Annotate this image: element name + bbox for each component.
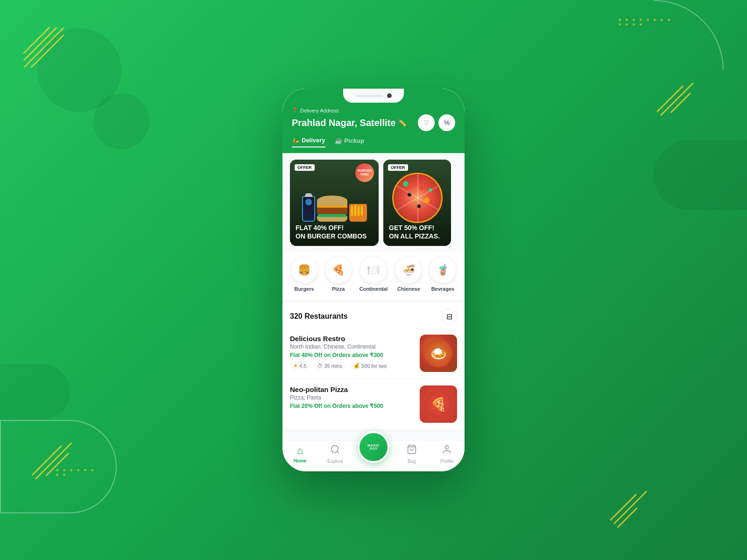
bottom-nav: ⌂ Home Explore MAGIC POT [282,440,465,471]
location-name[interactable]: Prahlad Nagar, Satellite ✏️ [292,118,406,128]
continental-icon: 🍽️ [360,257,387,283]
nav-bag[interactable]: Bag [399,444,424,464]
chinese-icon: 🍜 [395,257,422,283]
banners-section: OFFER BURGERKING [282,153,465,252]
nav-explore[interactable]: Explore [323,444,348,464]
pizza-icon: 🍕 [325,257,352,283]
restaurant-2-name: Neo-politan Pizza [290,385,414,393]
home-icon: ⌂ [297,445,303,457]
percent-icon: % [444,119,450,126]
offers-button[interactable]: % [438,114,455,131]
category-continental[interactable]: 🍽️ Continental [359,257,388,292]
phone-notch [343,89,404,103]
time-badge-1: ⏱ 35 mins [314,362,345,370]
pickup-tab-icon: ☕ [335,137,342,144]
filter-button[interactable]: ⊟ [441,308,457,324]
restaurant-2-info: Neo-politan Pizza Pizza, Pasta Flat 20% … [290,385,414,412]
restaurant-1-name: Delicious Restro [290,335,414,343]
profile-icon [442,444,452,457]
categories-section: 🍔 Burgers 🍕 Pizza 🍽️ Continental 🍜 Chien… [282,252,465,299]
category-pizza[interactable]: 🍕 Pizza [325,257,352,292]
svg-point-0 [331,446,338,453]
rating-badge-1: ★ 4.5 [290,361,310,370]
restaurant-1-info: Delicious Restro North Indian, Chinese, … [290,335,414,370]
banner-1-text: FLAT 40% OFF! ON BURGER COMBOS [296,224,366,240]
restaurant-2-cuisine: Pizza, Pasta [290,394,414,401]
home-nav-label: Home [294,458,307,463]
nav-home[interactable]: ⌂ Home [287,445,313,463]
delivery-tab-icon: 🛵 [292,137,299,144]
price-icon: 💰 [353,363,360,369]
restaurants-header: 320 Restaurants ⊟ [282,303,465,328]
tab-delivery[interactable]: 🛵 Delivery [292,137,325,147]
restaurant-card-1[interactable]: Delicious Restro North Indian, Chinese, … [282,328,465,379]
tab-pickup[interactable]: ☕ Pickup [335,137,365,147]
pin-icon: 📍 [292,107,298,113]
profile-nav-label: Profile [440,459,453,464]
edit-icon: ✏️ [398,119,406,126]
phone-frame: 📍 Delivery Address Prahlad Nagar, Satell… [282,89,465,471]
star-icon: ★ [293,363,298,369]
nav-profile[interactable]: Profile [434,444,460,464]
wishlist-button[interactable]: ♡ [418,114,435,131]
restaurant-card-2[interactable]: Neo-politan Pizza Pizza, Pasta Flat 20% … [282,379,465,430]
explore-icon [330,444,340,457]
clock-icon: ⏱ [317,363,323,369]
restaurant-1-offer: Flat 40% Off on Orders above ₹300 [290,352,414,358]
offer-badge-1: OFFER [295,164,315,171]
category-beverages[interactable]: 🧋 Bevrages [430,257,456,292]
bag-nav-label: Bag [408,459,416,464]
restaurant-1-cuisine: North Indian, Chinese, Continental [290,343,414,350]
explore-nav-label: Explore [327,459,343,464]
offer-badge-2: OFFER [388,164,408,171]
svg-line-1 [337,451,339,453]
burgers-icon: 🍔 [291,257,317,283]
restaurant-1-meta: ★ 4.5 ⏱ 35 mins 💰 500 for two [290,361,414,370]
banner-2-text: GET 50% OFF! ON ALL PIZZAS. [389,224,440,240]
magic-pot-button[interactable]: MAGIC POT [358,431,389,463]
svg-point-3 [445,446,449,449]
category-burgers[interactable]: 🍔 Burgers [291,257,317,292]
price-badge-1: 💰 500 for two [350,361,390,370]
banner-pizza[interactable]: OFFER [383,160,451,246]
bag-icon [407,444,417,457]
restaurant-1-image: 🍛 [420,335,457,372]
phone-screen: 📍 Delivery Address Prahlad Nagar, Satell… [282,89,465,471]
filter-icon: ⊟ [446,312,452,321]
delivery-label: 📍 Delivery Address [292,107,455,113]
delivery-tabs: 🛵 Delivery ☕ Pickup [292,137,455,147]
restaurant-2-image: 🍕 [420,385,457,423]
main-content: OFFER BURGERKING [282,153,465,440]
heart-icon: ♡ [423,119,430,126]
category-chinese[interactable]: 🍜 Chienese [395,257,422,292]
restaurant-2-offer: Flat 20% Off on Orders above ₹500 [290,403,414,409]
banner-burger[interactable]: OFFER BURGERKING [290,160,379,246]
restaurants-count: 320 Restaurants [290,312,348,321]
beverages-icon: 🧋 [430,257,456,283]
